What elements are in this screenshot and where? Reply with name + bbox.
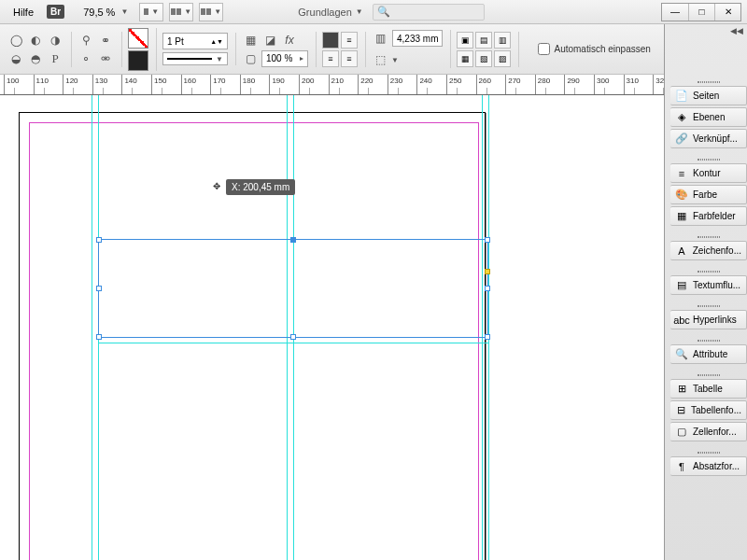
fx-tool-2[interactable]: ◪ bbox=[261, 32, 278, 49]
close-button[interactable]: ✕ bbox=[714, 4, 740, 21]
panel-icon: abc bbox=[675, 314, 688, 327]
panel-item[interactable]: ◈Ebenen bbox=[670, 107, 747, 127]
panel-icon: ⊟ bbox=[675, 404, 686, 417]
align-top-button[interactable]: ≡ bbox=[322, 50, 339, 67]
panel-grip[interactable] bbox=[670, 268, 747, 275]
shape-tool-3[interactable]: ◑ bbox=[47, 32, 63, 49]
shape-tool-2[interactable]: ◐ bbox=[27, 32, 44, 49]
resize-handle[interactable] bbox=[485, 286, 490, 291]
shape-tool-4[interactable]: ◒ bbox=[7, 50, 24, 67]
panel-grip[interactable] bbox=[670, 449, 747, 456]
maximize-button[interactable]: □ bbox=[688, 4, 714, 21]
resize-handle[interactable] bbox=[96, 237, 102, 243]
anchor-tool-2[interactable]: ⚭ bbox=[97, 32, 114, 49]
arrange-button-1[interactable]: ▼ bbox=[169, 3, 193, 21]
paragraph-icon[interactable]: P bbox=[47, 50, 63, 67]
fit-1[interactable]: ▣ bbox=[457, 32, 473, 49]
panel-item[interactable]: 🔗Verknüpf... bbox=[670, 129, 747, 148]
measurement-field[interactable]: 4,233 mm bbox=[392, 30, 443, 47]
resize-handle[interactable] bbox=[485, 237, 490, 243]
anchor-tool-1[interactable]: ⚲ bbox=[78, 32, 94, 49]
resize-handle[interactable] bbox=[96, 334, 102, 340]
fit-5[interactable]: ▧ bbox=[475, 50, 492, 67]
fit-3[interactable]: ▥ bbox=[494, 32, 511, 49]
panel-label: Farbe bbox=[693, 189, 717, 200]
workspace-switcher[interactable]: Grundlagen ▼ bbox=[298, 7, 362, 18]
panel-grip[interactable] bbox=[670, 371, 747, 379]
bridge-badge[interactable]: Br bbox=[47, 5, 64, 19]
horizontal-ruler[interactable]: 1001101201301401501601701801902002102202… bbox=[0, 75, 747, 95]
resize-handle[interactable] bbox=[485, 334, 490, 340]
panel-icon: 📄 bbox=[675, 90, 688, 103]
panel-label: Ebenen bbox=[693, 112, 725, 122]
workspace-label: Grundlagen bbox=[298, 7, 352, 18]
align-center-button[interactable]: ≡ bbox=[341, 32, 358, 49]
panel-item[interactable]: 📄Seiten bbox=[670, 86, 747, 105]
panel-grip[interactable] bbox=[670, 78, 747, 86]
opacity-icon: ▢ bbox=[242, 50, 259, 67]
panel-item[interactable]: 🔍Attribute bbox=[670, 344, 747, 364]
panel-item[interactable]: ⊞Tabelle bbox=[670, 379, 747, 399]
resize-handle[interactable] bbox=[290, 237, 296, 243]
fit-2[interactable]: ▤ bbox=[475, 32, 492, 49]
shape-tool-1[interactable]: ◯ bbox=[7, 32, 24, 49]
search-icon: 🔍 bbox=[377, 6, 390, 18]
document-canvas[interactable]: ✥ X: 200,45 mm bbox=[0, 95, 664, 560]
panel-item[interactable]: ¶Absatzfor... bbox=[670, 456, 747, 476]
stroke-black-swatch[interactable] bbox=[128, 50, 148, 71]
fx-button[interactable]: fx bbox=[281, 32, 298, 49]
panel-item[interactable]: abcHyperlinks bbox=[670, 310, 747, 329]
column-guide[interactable] bbox=[92, 95, 92, 560]
frame-divider bbox=[98, 343, 488, 343]
panel-item[interactable]: 🎨Farbe bbox=[670, 185, 747, 204]
arrange-button-2[interactable]: ▼ bbox=[199, 3, 223, 21]
panel-grip[interactable] bbox=[670, 233, 747, 241]
panel-dock: ◀◀ 📄Seiten◈Ebenen🔗Verknüpf...≡Kontur🎨Far… bbox=[664, 24, 747, 560]
fill-none-swatch[interactable] bbox=[128, 28, 148, 49]
screen-mode-button[interactable]: ▼ bbox=[139, 3, 163, 21]
panel-icon: A bbox=[675, 245, 688, 258]
align-left-button[interactable] bbox=[322, 32, 339, 49]
panel-item[interactable]: ▤Textumflu... bbox=[670, 275, 747, 295]
help-menu[interactable]: Hilfe bbox=[6, 4, 41, 21]
minimize-button[interactable]: — bbox=[662, 4, 688, 21]
panel-icon: 🔗 bbox=[675, 133, 688, 146]
anchor-tool-4[interactable]: ⚮ bbox=[97, 50, 114, 67]
panel-item[interactable]: ⊟Tabellenfo... bbox=[670, 400, 747, 420]
fx-tool-1[interactable]: ▦ bbox=[242, 32, 259, 49]
panel-item[interactable]: ▦Farbfelder bbox=[670, 206, 747, 226]
panel-item[interactable]: ▢Zellenfor... bbox=[670, 422, 747, 441]
anchor-tool-3[interactable]: ⚬ bbox=[78, 50, 94, 67]
selected-frame[interactable] bbox=[98, 239, 488, 338]
fit-4[interactable]: ▦ bbox=[457, 50, 473, 67]
chevron-down-icon: ▼ bbox=[120, 7, 128, 16]
stroke-weight-field[interactable]: 1 Pt ▲▼ bbox=[162, 33, 228, 49]
shape-tool-5[interactable]: ◓ bbox=[27, 50, 44, 67]
align-bottom-button[interactable]: ≡ bbox=[341, 50, 358, 67]
panel-grip[interactable] bbox=[670, 302, 747, 310]
panel-label: Verknüpf... bbox=[693, 133, 738, 144]
reference-point-icon[interactable] bbox=[485, 269, 490, 274]
panel-item[interactable]: ≡Kontur bbox=[670, 163, 747, 183]
panel-icon: 🎨 bbox=[675, 189, 688, 202]
position-tooltip: ✥ X: 200,45 mm bbox=[226, 179, 295, 195]
stroke-style-dropdown[interactable]: ▼ bbox=[162, 52, 228, 65]
text-align-group: ≡ ≡ ≡ bbox=[322, 32, 366, 67]
column-guide[interactable] bbox=[488, 95, 489, 560]
opacity-field[interactable]: 100 %▸ bbox=[261, 50, 308, 67]
panel-grip[interactable] bbox=[670, 337, 747, 344]
resize-handle[interactable] bbox=[290, 334, 296, 340]
column-icon: ▥ bbox=[372, 30, 388, 47]
stroke-settings-group: 1 Pt ▲▼ ▼ bbox=[162, 33, 236, 65]
autofit-checkbox-row[interactable]: Automatisch einpassen bbox=[538, 43, 650, 55]
autofit-checkbox[interactable] bbox=[538, 43, 550, 55]
fit-6[interactable]: ▨ bbox=[494, 50, 511, 67]
dock-expand-icon[interactable]: ◀◀ bbox=[730, 26, 743, 35]
zoom-select[interactable]: 79,5 % ▼ bbox=[78, 7, 134, 18]
stroke-weight-value: 1 Pt bbox=[167, 36, 184, 47]
wrap-tool-1[interactable]: ⬚ bbox=[372, 51, 388, 68]
resize-handle[interactable] bbox=[96, 286, 102, 291]
search-input[interactable]: 🔍 bbox=[373, 4, 485, 21]
panel-item[interactable]: AZeichenfo... bbox=[670, 241, 747, 260]
panel-grip[interactable] bbox=[670, 156, 747, 163]
